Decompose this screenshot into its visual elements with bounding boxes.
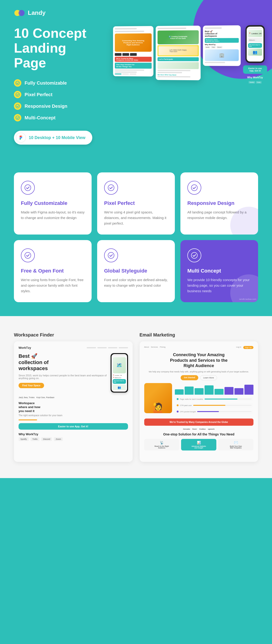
em-logo-envato: #envato [183, 428, 190, 430]
em-nav-login[interactable]: Log In [236, 346, 241, 349]
feature-card-multi: Multi Concept We provide 10 friendly con… [180, 240, 258, 302]
trusted-block: We're Trusted by ManyCompanies Around th… [115, 57, 152, 62]
pixel-title: Pixel Perfect [104, 200, 168, 206]
figma-button[interactable]: 10 Desktop + 10 Mobile View [14, 131, 92, 144]
features-section: Fully Customizable Made with Figma auto-… [0, 158, 272, 316]
svg-point-4 [16, 104, 20, 108]
em-stats: Page visits for last 6 months CTR paid u… [175, 383, 254, 416]
em-hero-title: Connecting Your AmazingProducts and Serv… [144, 352, 254, 368]
em-bar-2 [185, 386, 194, 395]
svg-point-11 [191, 252, 197, 258]
em-bar-4 [204, 386, 213, 395]
feature-item-2: Pixel Perfect [14, 91, 102, 98]
onestop-block: One-stop Solution forAll the Things You [115, 62, 152, 68]
em-nav-items: About Services Pricing [144, 346, 166, 349]
em-card-statistic: 📊 Advanced Statisticand Insight [181, 439, 216, 450]
em-learn-more[interactable]: Learn More [200, 375, 217, 380]
ws-phone: 🗺️ 📍 London, UK 📍 Melbourne The best way… [111, 353, 128, 392]
mockup-card-email: Connecting Your AmazingProducts and Serv… [113, 26, 153, 76]
em-nav-about: About [144, 346, 149, 349]
em-stat-dot-2 [177, 404, 179, 406]
font-title: Free & Open Font [21, 268, 85, 274]
previews-grid: Workspace Finder WorkTzy [14, 332, 258, 462]
mockup-card-earth: 🌍 Creating SustainableFuture for Our Ear… [156, 26, 201, 80]
em-feature-cards: 📡 Reach to the RightAudience 📊 Advanced … [144, 439, 254, 450]
ws-location-london: 📍 London, UK [113, 374, 126, 376]
ws-nav-dot-3 [108, 347, 117, 348]
workspace-label: Workspace Finder [14, 332, 133, 338]
font-desc: We're using fonts from Google Font, free… [21, 277, 85, 294]
em-nav-actions: Log In Sign Up [236, 346, 253, 349]
why-worktzy: Why WorkTzy [247, 76, 263, 79]
ws-info-text: Workspacewhere and howyou need it [19, 401, 128, 413]
em-nav: About Services Pricing Log In Sign Up [144, 346, 254, 349]
svg-point-10 [108, 252, 114, 258]
em-logos: #envato fiverr Codlux upwork [144, 428, 254, 430]
ws-why-title: Why WorkTzy [19, 432, 128, 436]
style-icon-circle [104, 248, 118, 262]
previews-section: Workspace Finder WorkTzy [0, 316, 272, 478]
feature-card-font: Free & Open Font We're using fonts from … [14, 240, 92, 302]
ws-tagline: The right workspace solution for your te… [19, 414, 128, 417]
phone-screen: 📍 London, UK Melbourne → The best way to… [247, 27, 264, 62]
ws-logo-trello: Trello [31, 437, 40, 441]
em-bar-8 [244, 385, 253, 395]
em-person-image: 🙋 [144, 383, 172, 413]
svg-point-3 [16, 93, 20, 96]
phone-mockup: 📍 London, UK Melbourne → The best way to… [245, 25, 265, 63]
ws-nav-dot-2 [97, 347, 107, 348]
em-stat-1: Page visits for last 6 months [175, 397, 254, 401]
logo-chips: Spotify Trello [248, 81, 261, 84]
features-grid: Fully Customizable Made with Figma auto-… [14, 172, 258, 302]
feature-item-1: Fully Customizable [14, 79, 102, 87]
em-stat-bar-2 [193, 405, 251, 406]
ws-location-melbourne: 📍 Melbourne [113, 377, 126, 378]
ws-logo-discord: Discord [41, 437, 52, 441]
feature-card-customizable: Fully Customizable Made with Figma auto-… [14, 172, 92, 234]
em-stat-fill-1 [204, 398, 237, 400]
customizable-desc: Made with Figma auto-layout, so it's eas… [21, 210, 85, 220]
ws-hero: Best 🚀collection ofworkspaces Since 2010… [19, 353, 128, 392]
style-desc: Font and color styles are defined alread… [104, 277, 168, 288]
feature-card-pixel: Pixel Perfect We're using 4 pixel grid s… [97, 172, 175, 234]
workspace-content: WorkTzy Best 🚀collection ofworkspaces [14, 341, 133, 462]
multi-icon-circle [187, 248, 201, 262]
logo-icon [14, 10, 25, 16]
em-stat-3: CPS pocket bought [175, 410, 254, 414]
easier-card: Easier to useApp, Get it! [243, 65, 267, 74]
em-stat-label-1: Page visits for last 6 months [180, 398, 203, 400]
workspace-preview: WorkTzy Best 🚀collection ofworkspaces [14, 341, 133, 462]
ws-logo-zoom: Zoom [54, 437, 63, 441]
earth-image: 🌍 Creating SustainableFuture for Our Ear… [157, 30, 199, 44]
em-nav-services: Services [151, 346, 158, 349]
svg-point-2 [16, 81, 20, 85]
em-logo-upwork: upwork [208, 428, 214, 430]
ws-cta-btn[interactable]: Find Your Space [19, 383, 44, 388]
responsive-title: Responsive Design [187, 200, 251, 206]
em-onestop: One-stop Solution for All the Things You… [144, 432, 254, 436]
em-card-reach-icon: 📡 [146, 441, 178, 444]
em-trusted-box: We're Trusted by Many Companies Around t… [144, 418, 254, 426]
ws-divider [19, 420, 37, 420]
em-card-reach-label: Reach to the RightAudience [146, 446, 178, 449]
ws-easier: Easier to use App, Get it! [19, 423, 128, 430]
feature-label-4: Multi-Concept [25, 115, 55, 120]
em-get-started[interactable]: Get Started [181, 375, 198, 380]
ws-logo-spotify: Spotify [19, 437, 29, 441]
hero-left: 10 Concept Landing Page Fully Customizab… [14, 26, 111, 144]
em-bar-3 [194, 388, 204, 395]
em-nav-signup[interactable]: Sign Up [243, 346, 253, 349]
em-stat-bar-1 [204, 398, 251, 400]
feature-item-4: Multi-Concept [14, 114, 102, 122]
em-bar-7 [234, 388, 243, 395]
check-icon-3 [14, 102, 21, 110]
ws-team-avatars: 👥 [113, 384, 126, 390]
logo-text: Landy [28, 9, 46, 16]
feature-item-3: Responsive Design [14, 102, 102, 110]
svg-point-8 [191, 185, 197, 191]
customizable-title: Fully Customizable [21, 200, 85, 206]
ws-best-way: The best way to find [113, 379, 126, 384]
mockup-email-image: Connecting Your AmazingProducts and Serv… [115, 33, 152, 52]
ws-map-icon: 🗺️ [116, 362, 122, 368]
font-icon-circle [21, 248, 35, 262]
